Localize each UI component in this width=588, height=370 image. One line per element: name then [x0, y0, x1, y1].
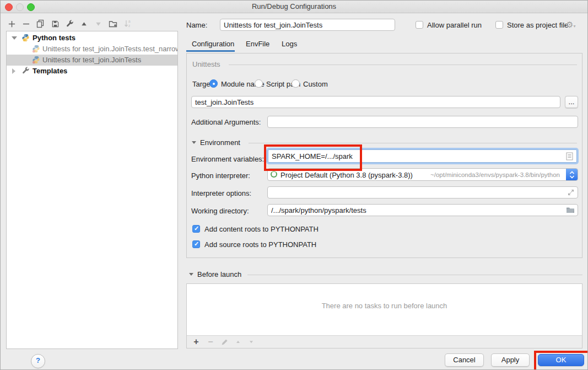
target-custom-label: Custom: [303, 80, 328, 88]
python-interpreter-label: Python interpreter:: [191, 171, 250, 180]
separator: [247, 275, 582, 275]
environment-group-label: Environment: [200, 138, 240, 147]
tree-item-templates[interactable]: Templates: [7, 66, 177, 77]
store-as-project-file-checkbox[interactable]: [495, 21, 503, 29]
tree-item-unittests-jointests[interactable]: Unittests for test_join.JoinTests: [7, 55, 177, 66]
window-title: Run/Debug Configurations: [1, 2, 587, 10]
edit-task-icon: [219, 337, 229, 347]
move-down-icon: [93, 19, 103, 29]
move-task-down-icon: [246, 337, 256, 347]
environment-variables-label: Environment variables:: [191, 155, 264, 163]
tree-item-python-tests[interactable]: Python tests: [7, 33, 177, 44]
gear-icon[interactable]: ⚙▾: [566, 20, 575, 30]
before-launch-label: Before launch: [197, 270, 241, 278]
interpreter-value: Project Default (Python 3.8 (pyspark-3.8…: [280, 171, 413, 179]
copy-icon[interactable]: [35, 19, 45, 29]
tab-logs[interactable]: Logs: [282, 40, 297, 48]
combo-stepper-icon[interactable]: [566, 169, 578, 180]
browse-button[interactable]: ...: [565, 96, 578, 108]
add-content-roots-checkbox[interactable]: [192, 225, 200, 233]
target-module-radio[interactable]: [209, 79, 218, 88]
move-up-icon[interactable]: [79, 19, 89, 29]
collapse-environment-icon[interactable]: [192, 141, 196, 144]
interpreter-path: ~/opt/miniconda3/envs/pyspark-3.8/bin/py…: [430, 171, 560, 178]
tree-item-label: Unittests for test_join.JoinTests.test_n…: [42, 45, 178, 53]
svg-text:a: a: [128, 19, 131, 23]
working-directory-input[interactable]: [267, 204, 578, 216]
active-tab-underline: [186, 50, 235, 52]
tab-envfile[interactable]: EnvFile: [246, 40, 269, 48]
python-test-icon: [32, 56, 41, 65]
name-input[interactable]: [220, 19, 395, 31]
remove-task-icon: −: [206, 337, 215, 347]
unittests-group-label: Unittests: [192, 60, 220, 68]
allow-parallel-run-label: Allow parallel run: [427, 21, 482, 29]
add-icon[interactable]: [7, 19, 17, 29]
save-icon[interactable]: [50, 19, 60, 29]
separator: [249, 143, 577, 143]
allow-parallel-run-checkbox[interactable]: [416, 21, 423, 29]
add-content-roots-label: Add content roots to PYTHONPATH: [204, 225, 319, 233]
configuration-panel: Unittests Target: Module name Script pat…: [186, 53, 582, 258]
wrench-icon: [21, 67, 30, 76]
help-button[interactable]: ?: [31, 354, 45, 368]
apply-button[interactable]: Apply: [491, 353, 530, 367]
before-launch-tasks-box: There are no tasks to run before launch …: [186, 283, 582, 348]
store-as-project-file-label: Store as project file: [507, 21, 568, 29]
collapse-before-launch-icon[interactable]: [189, 273, 193, 276]
configurations-tree: Python tests Unittests for test_join.Joi…: [6, 31, 178, 349]
expand-icon[interactable]: [567, 189, 575, 198]
sort-alphabetically-icon: az: [123, 19, 133, 29]
run-debug-configurations-dialog: Run/Debug Configurations az Python tests: [0, 0, 588, 370]
titlebar: Run/Debug Configurations: [1, 1, 587, 13]
move-task-up-icon: [233, 337, 243, 347]
tree-item-label: Templates: [33, 67, 67, 75]
cancel-button[interactable]: Cancel: [445, 353, 484, 367]
before-launch-toolbar: + −: [187, 335, 582, 348]
python-interpreter-select[interactable]: Project Default (Python 3.8 (pyspark-3.8…: [267, 168, 578, 181]
separator: [229, 65, 577, 65]
chevron-down-icon[interactable]: [12, 36, 17, 40]
new-folder-icon[interactable]: [108, 19, 118, 29]
module-name-input[interactable]: [191, 96, 560, 108]
python-test-icon: [32, 45, 41, 53]
additional-arguments-label: Additional Arguments:: [191, 118, 261, 126]
working-directory-label: Working directory:: [191, 207, 249, 215]
python-icon: [21, 34, 30, 42]
name-label: Name:: [186, 21, 207, 29]
svg-text:z: z: [128, 24, 130, 28]
ok-button[interactable]: OK: [538, 354, 584, 366]
target-custom-radio[interactable]: [292, 79, 300, 88]
tree-item-unittests-narrow[interactable]: Unittests for test_join.JoinTests.test_n…: [7, 44, 177, 55]
browse-env-vars-icon[interactable]: [566, 152, 573, 162]
folder-icon[interactable]: [566, 206, 575, 216]
add-source-roots-label: Add source roots to PYTHONPATH: [204, 240, 316, 249]
edit-templates-icon[interactable]: [64, 19, 74, 29]
remove-icon[interactable]: [21, 19, 31, 29]
before-launch-empty-text: There are no tasks to run before launch: [187, 302, 582, 310]
environment-variables-input[interactable]: [268, 149, 577, 163]
chevron-right-icon[interactable]: [12, 68, 15, 74]
tree-item-label: Python tests: [33, 34, 75, 42]
tree-item-label: Unittests for test_join.JoinTests: [42, 56, 141, 64]
add-source-roots-checkbox[interactable]: [192, 240, 200, 248]
additional-arguments-input[interactable]: [267, 116, 578, 128]
target-script-radio[interactable]: [255, 79, 263, 88]
interpreter-options-label: Interpreter options:: [191, 189, 251, 197]
interpreter-options-input[interactable]: [267, 186, 578, 199]
add-task-icon[interactable]: +: [191, 337, 201, 347]
conda-env-icon: [271, 171, 277, 178]
tab-configuration[interactable]: Configuration: [192, 40, 234, 48]
